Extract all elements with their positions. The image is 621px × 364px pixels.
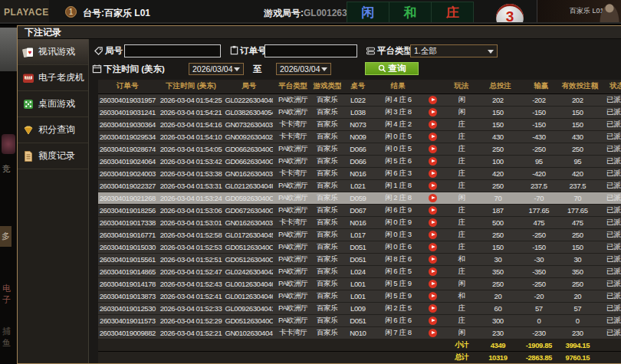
cell-result: 闲 2 庄 5 <box>375 302 422 314</box>
table-row[interactable]: 2603040190182562026-03-04 01:53:06GD0672… <box>98 204 621 216</box>
replay-play-icon[interactable] <box>429 231 437 239</box>
sidebar-item-额度记录[interactable]: 额度记录 <box>18 143 88 169</box>
cell-platform: PA欧洲厅 <box>273 302 313 314</box>
cell-game-type: 百家乐 <box>313 179 340 192</box>
cell-valid-bet: 475 <box>560 216 599 228</box>
table-row[interactable]: 2603040190319572026-03-04 01:54:25GL0222… <box>98 93 621 106</box>
table-row[interactable]: 2603040190223272026-03-04 01:53:31GL0212… <box>98 179 621 192</box>
replay-play-icon[interactable] <box>429 108 437 116</box>
background-icon <box>2 134 15 154</box>
replay-play-icon[interactable] <box>429 194 437 202</box>
column-header: 结果 <box>375 80 422 93</box>
cell-round-no: GD051263040CP <box>225 241 273 253</box>
replay-play-icon[interactable] <box>429 255 437 264</box>
replay-play-icon[interactable] <box>429 157 437 166</box>
cell-replay[interactable] <box>422 204 445 216</box>
cell-replay[interactable] <box>422 253 445 265</box>
background-text: 电子 <box>2 283 17 306</box>
cell-total-bet: 150 <box>478 241 521 253</box>
sidebar-item-积分查询[interactable]: 积分查询 <box>18 117 88 143</box>
cell-replay[interactable] <box>422 216 445 228</box>
replay-play-icon[interactable] <box>429 243 437 251</box>
query-button[interactable]: 查询 <box>365 62 419 75</box>
round-filter-input[interactable] <box>124 44 221 57</box>
table-row[interactable]: 2603040190138732026-03-04 01:52:41GL0012… <box>98 290 621 302</box>
cell-replay[interactable] <box>422 130 445 143</box>
cell-replay[interactable] <box>422 93 445 106</box>
cell-total-bet: 250 <box>478 228 521 241</box>
cell-replay[interactable] <box>422 314 445 326</box>
cell-status: 已派彩 <box>600 118 621 130</box>
cell-order-no: 260304019024003 <box>98 167 157 179</box>
cell-total-bet: 300 <box>478 314 521 326</box>
table-row[interactable]: 2603040190141782026-03-04 01:52:43GL0012… <box>98 277 621 290</box>
cell-replay[interactable] <box>422 192 445 204</box>
table-row[interactable]: 2603040190286742026-03-04 01:54:05GD0662… <box>98 143 621 155</box>
cell-replay[interactable] <box>422 167 445 179</box>
cell-play-type: 和 <box>445 290 478 302</box>
cell-total-bet: 250 <box>478 179 521 192</box>
table-row[interactable]: 2603040190173382026-03-04 01:53:01GN0162… <box>98 216 621 228</box>
cell-platform: PA欧洲厅 <box>273 253 313 265</box>
cell-status: 已派彩 <box>600 228 621 241</box>
cell-replay[interactable] <box>422 326 445 339</box>
cell-order-no: 260304019031241 <box>98 106 157 118</box>
cell-replay[interactable] <box>422 241 445 253</box>
cell-play-type: 庄 <box>445 204 478 216</box>
table-number-badge: 1 <box>65 6 77 18</box>
cell-replay[interactable] <box>422 290 445 302</box>
cell-replay[interactable] <box>422 228 445 241</box>
table-row[interactable]: 2603040190115732026-03-04 01:52:29GD0512… <box>98 314 621 326</box>
replay-play-icon[interactable] <box>429 145 437 153</box>
cell-replay[interactable] <box>422 302 445 314</box>
table-row[interactable]: 2603040190167712026-03-04 01:52:58GL0172… <box>98 228 621 241</box>
cell-replay[interactable] <box>422 143 445 155</box>
table-row[interactable]: 2603040190240032026-03-04 01:53:38GN0162… <box>98 167 621 179</box>
sidebar-item-桌面游戏[interactable]: 桌面游戏 <box>18 91 88 117</box>
cell-replay[interactable] <box>422 277 445 290</box>
table-row[interactable]: 2603040190312412026-03-04 01:54:21GL0382… <box>98 106 621 118</box>
sidebar-item-电子老虎机[interactable]: 777电子老虎机 <box>18 65 88 91</box>
cell-status: 已派彩 <box>600 143 621 155</box>
sidebar-item-视讯游戏[interactable]: ♥视讯游戏 <box>18 39 88 65</box>
cell-result: 闲 0 庄 9 <box>375 216 422 228</box>
cell-bet-time: 2026-03-04 01:54:05 <box>157 143 225 155</box>
replay-play-icon[interactable] <box>429 133 437 141</box>
table-row[interactable]: 2603040190148652026-03-04 01:52:47GL0242… <box>98 265 621 277</box>
table-row[interactable]: 2603040190150302026-03-04 01:52:53GD0512… <box>98 241 621 253</box>
table-row[interactable]: 2603040190303642026-03-04 01:54:16GN0732… <box>98 118 621 130</box>
table-row[interactable]: 2603040190098822026-03-04 01:52:21GN0102… <box>98 326 621 339</box>
replay-play-icon[interactable] <box>429 169 437 178</box>
cell-play-type: 闲 <box>445 93 478 106</box>
replay-play-icon[interactable] <box>429 218 437 227</box>
table-row[interactable]: 2603040190212682026-03-04 01:53:24GD0592… <box>98 192 621 204</box>
replay-play-icon[interactable] <box>429 292 437 300</box>
date-to-select[interactable]: 2026/03/04 <box>276 63 331 75</box>
tag-icon <box>94 46 104 56</box>
cell-platform: PA欧洲厅 <box>273 93 313 106</box>
baccarat-scoreboard: 闲和庄 <box>347 2 474 24</box>
replay-play-icon[interactable] <box>429 329 437 337</box>
replay-play-icon[interactable] <box>429 267 437 276</box>
cell-replay[interactable] <box>422 265 445 277</box>
cell-replay[interactable] <box>422 155 445 167</box>
replay-play-icon[interactable] <box>429 280 437 288</box>
platform-type-select[interactable]: 1.全部 <box>410 44 498 57</box>
replay-play-icon[interactable] <box>429 304 437 313</box>
table-row[interactable]: 2603040190240642026-03-04 01:53:42GD0662… <box>98 155 621 167</box>
replay-play-icon[interactable] <box>429 182 437 190</box>
replay-play-icon[interactable] <box>429 316 437 325</box>
cell-replay[interactable] <box>422 106 445 118</box>
cell-replay[interactable] <box>422 179 445 192</box>
table-row[interactable]: 2603040190155612026-03-04 01:52:51GD0512… <box>98 253 621 265</box>
date-from-select[interactable]: 2026/03/04 <box>189 63 244 75</box>
table-row[interactable]: 2603040190295342026-03-04 01:54:10GN0092… <box>98 130 621 143</box>
cell-replay[interactable] <box>422 118 445 130</box>
order-filter-input[interactable] <box>264 44 357 57</box>
table-row[interactable]: 2603040190125302026-03-04 01:52:33GL0092… <box>98 302 621 314</box>
slot-icon: 777 <box>22 72 34 84</box>
replay-play-icon[interactable] <box>429 120 437 129</box>
replay-play-icon[interactable] <box>429 96 437 104</box>
chevron-down-icon <box>234 67 240 71</box>
replay-play-icon[interactable] <box>429 206 437 215</box>
